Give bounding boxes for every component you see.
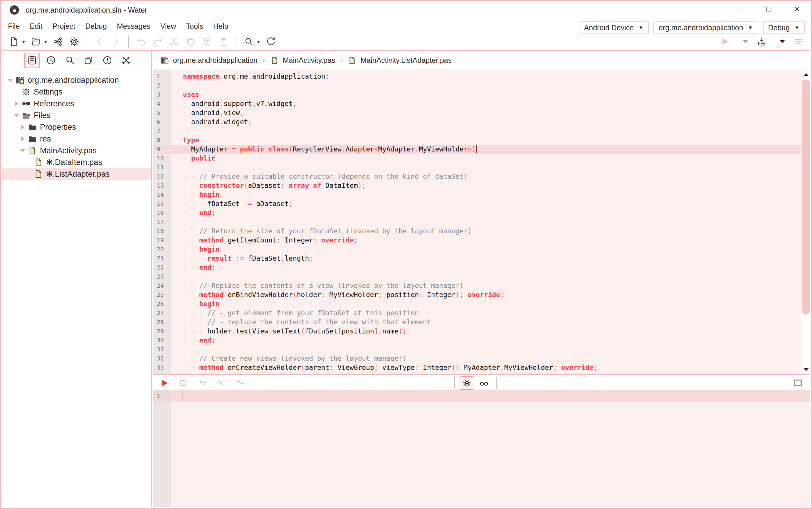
nav-forward-icon[interactable] — [109, 35, 123, 49]
breadcrumb-item-mainactivity-pas[interactable]: MainActivity.pas — [283, 56, 335, 65]
tree-item-files[interactable]: Files — [2, 109, 151, 121]
code-line-21[interactable]: 21· · · result := fDataSet.length; — [153, 254, 802, 263]
hierarchy-icon[interactable] — [51, 35, 65, 49]
chevron-down-icon[interactable]: ▼ — [22, 39, 26, 44]
bug-icon[interactable] — [460, 376, 474, 390]
tree-item-org-me-androidapplication[interactable]: org.me.androidapplication — [2, 74, 151, 86]
sidebar-tab-crossed-curves-icon[interactable] — [118, 53, 134, 68]
open-folder-icon[interactable] — [29, 35, 42, 49]
gear-icon[interactable] — [68, 35, 81, 49]
copy-icon[interactable] — [184, 35, 197, 49]
code-line-4[interactable]: 4· android.support.v7.widget, — [153, 99, 802, 108]
code-line-8[interactable]: 8type — [153, 136, 802, 145]
sidebar-tab-explorer-icon[interactable] — [24, 53, 40, 68]
code-line-5[interactable]: 5· android.view, — [153, 108, 802, 117]
output-panel[interactable]: 1 — [153, 390, 810, 507]
stop-icon[interactable] — [176, 376, 191, 390]
nav-back-icon[interactable] — [93, 35, 106, 49]
scroll-up-arrow-icon[interactable] — [804, 73, 809, 76]
menu-help[interactable]: Help — [213, 22, 228, 31]
code-line-29[interactable]: 29· · · holder.textView.setText(fDataSet… — [153, 327, 802, 336]
chevron-down-icon[interactable]: ▼ — [43, 39, 48, 44]
code-line-19[interactable]: 19· · method getItemCount: Integer; over… — [153, 236, 802, 245]
tree-item-settings[interactable]: Settings — [2, 86, 151, 98]
close-icon[interactable] — [790, 3, 804, 15]
code-line-9[interactable]: 9· MyAdapter = public class(RecyclerView… — [153, 145, 802, 154]
sidebar-tab-stack-icon[interactable] — [80, 53, 96, 68]
chevron-collapsed-icon[interactable] — [12, 101, 20, 106]
project-dropdown[interactable]: org.me.androidapplication ▼ — [653, 22, 758, 34]
breadcrumb-item-mainactivity-listadapter-pas[interactable]: MainActivity.ListAdapter.pas — [360, 56, 452, 65]
chevron-collapsed-icon[interactable] — [19, 125, 26, 130]
menu-project[interactable]: Project — [52, 22, 75, 31]
code-line-24[interactable]: 24· · // Replace the contents of a view … — [153, 281, 802, 290]
deploy-icon[interactable] — [755, 35, 769, 49]
paste-icon[interactable] — [217, 35, 230, 49]
sidebar-tab-history-icon[interactable] — [43, 53, 59, 68]
minimize-icon[interactable] — [734, 3, 747, 15]
code-line-20[interactable]: 20· · begin — [153, 245, 802, 254]
code-editor[interactable]: 1namespace org.me.androidapplication;23u… — [153, 70, 810, 374]
chevron-expanded-icon[interactable] — [12, 114, 20, 117]
tree-item-properties[interactable]: Properties — [2, 121, 151, 133]
code-line-25[interactable]: 25· · method onBindViewHolder(holder: My… — [153, 290, 802, 299]
chevron-expanded-icon[interactable] — [6, 79, 14, 82]
chevron-down-icon[interactable]: ▼ — [256, 39, 261, 44]
chevron-collapsed-icon[interactable] — [19, 136, 26, 141]
cut-icon[interactable] — [167, 35, 181, 49]
menu-view[interactable]: View — [160, 22, 176, 31]
code-line-3[interactable]: 3uses — [153, 90, 802, 99]
code-line-2[interactable]: 2 — [153, 81, 802, 90]
code-line-33[interactable]: 33· · method onCreateViewHolder(parent: … — [153, 363, 802, 372]
caret-down-big-icon[interactable] — [776, 35, 789, 49]
output-line-1[interactable]: 1 — [153, 391, 810, 402]
redo-icon[interactable] — [151, 35, 164, 49]
glasses-icon[interactable] — [477, 376, 491, 390]
menu-edit[interactable]: Edit — [30, 22, 42, 31]
menu-tools[interactable]: Tools — [186, 22, 203, 31]
code-line-11[interactable]: 11 — [153, 163, 802, 172]
duplicate-icon[interactable] — [200, 35, 214, 49]
chevron-expanded-icon[interactable] — [19, 149, 26, 152]
code-line-23[interactable]: 23 — [153, 272, 802, 281]
code-line-14[interactable]: 14· · begin — [153, 190, 802, 199]
tree-item-listadapter-pas[interactable]: ✻.ListAdapter.pas — [2, 168, 151, 180]
code-line-16[interactable]: 16· · end; — [153, 208, 802, 217]
code-line-17[interactable]: 17 — [153, 217, 802, 227]
tree-item-dataitem-pas[interactable]: ✻.DataItem.pas — [2, 157, 151, 168]
play-solid-icon[interactable] — [157, 376, 172, 390]
scrollbar-thumb[interactable] — [802, 79, 810, 314]
caret-down-big-icon[interactable] — [739, 35, 752, 49]
step-out-icon[interactable] — [232, 376, 247, 390]
build-config-dropdown[interactable]: Debug ▼ — [763, 22, 805, 34]
code-line-18[interactable]: 18· · // Return the size of your fDataSe… — [153, 227, 802, 236]
sidebar-tab-search-icon[interactable] — [62, 53, 77, 68]
code-line-28[interactable]: 28· · · // - replace the contents of the… — [153, 317, 802, 327]
code-line-12[interactable]: 12· · // Provide a suitable constructor … — [153, 172, 802, 181]
code-line-1[interactable]: 1namespace org.me.androidapplication; — [153, 72, 802, 81]
menu-messages[interactable]: Messages — [117, 22, 150, 31]
code-line-22[interactable]: 22· · end; — [153, 263, 802, 272]
menu-lines-icon[interactable] — [792, 35, 806, 49]
code-line-32[interactable]: 32· · // Create new views (invoked by th… — [153, 354, 802, 363]
code-line-31[interactable]: 31 — [153, 345, 802, 354]
play-solid-icon[interactable] — [718, 35, 732, 49]
new-file-icon[interactable] — [7, 35, 21, 49]
code-line-7[interactable]: 7 — [153, 127, 802, 136]
step-into-icon[interactable] — [195, 376, 209, 390]
code-line-30[interactable]: 30· · end; — [153, 336, 802, 345]
maximize-panel-icon[interactable] — [792, 378, 803, 388]
undo-icon[interactable] — [134, 35, 148, 49]
editor-scrollbar[interactable] — [801, 70, 810, 374]
code-line-10[interactable]: 10· public — [153, 154, 802, 163]
maximize-icon[interactable] — [762, 3, 775, 15]
search-icon[interactable] — [242, 35, 256, 49]
code-line-26[interactable]: 26· · begin — [153, 299, 802, 308]
tree-item-res[interactable]: res — [2, 133, 151, 145]
device-dropdown[interactable]: Android Device ▼ — [579, 22, 649, 34]
menu-debug[interactable]: Debug — [85, 22, 107, 31]
code-line-15[interactable]: 15· · · fDataSet := aDataset; — [153, 199, 802, 208]
sidebar-tab-issues-icon[interactable] — [99, 53, 115, 68]
scroll-down-arrow-icon[interactable] — [804, 368, 809, 371]
breadcrumb-item-org-me-androidapplication[interactable]: org.me.androidapplication — [173, 56, 258, 65]
